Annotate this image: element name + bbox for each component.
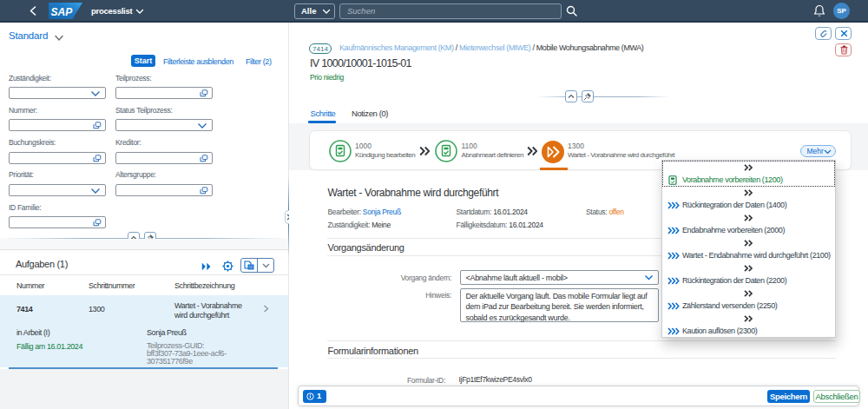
svg-text:SAP: SAP [51, 6, 74, 18]
